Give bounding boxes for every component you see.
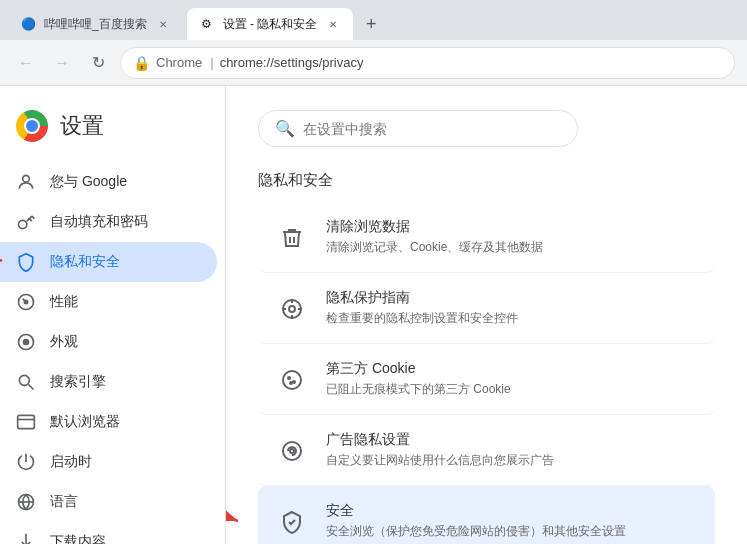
sidebar-item-performance-label: 性能 bbox=[50, 293, 78, 311]
settings-card-ad-privacy[interactable]: 广告隐私设置 自定义要让网站使用什么信息向您展示广告 bbox=[258, 415, 715, 486]
settings-search-bar[interactable]: 🔍 bbox=[258, 110, 578, 147]
svg-point-21 bbox=[293, 381, 295, 383]
svg-point-23 bbox=[283, 442, 301, 460]
card-desc-security: 安全浏览（保护您免受危险网站的侵害）和其他安全设置 bbox=[326, 523, 699, 540]
sidebar-item-language[interactable]: 语言 bbox=[0, 482, 217, 522]
sidebar-item-privacy-label: 隐私和安全 bbox=[50, 253, 120, 271]
tab-settings-label: 设置 - 隐私和安全 bbox=[223, 16, 318, 33]
svg-line-4 bbox=[29, 219, 32, 222]
sidebar: 设置 您与 Google 自动填充和密码 bbox=[0, 86, 226, 544]
tab-settings-close[interactable]: ✕ bbox=[325, 16, 341, 32]
settings-card-security[interactable]: 安全 安全浏览（保护您免受危险网站的侵害）和其他安全设置 bbox=[258, 486, 715, 544]
lock-icon: 🔒 bbox=[133, 55, 150, 71]
shield-icon bbox=[16, 252, 36, 272]
sidebar-item-startup[interactable]: 启动时 bbox=[0, 442, 217, 482]
sidebar-item-autofill[interactable]: 自动填充和密码 bbox=[0, 202, 217, 242]
search-icon bbox=[16, 372, 36, 392]
browser-icon bbox=[16, 412, 36, 432]
sidebar-item-autofill-label: 自动填充和密码 bbox=[50, 213, 148, 231]
card-desc-clear-data: 清除浏览记录、Cookie、缓存及其他数据 bbox=[326, 239, 699, 256]
tab-baidu-label: 哔哩哔哩_百度搜索 bbox=[44, 16, 147, 33]
card-title-cookie: 第三方 Cookie bbox=[326, 360, 699, 378]
sidebar-item-google-label: 您与 Google bbox=[50, 173, 127, 191]
settings-card-privacy-guide[interactable]: 隐私保护指南 检查重要的隐私控制设置和安全控件 bbox=[258, 273, 715, 344]
tab-bar: 🔵 哔哩哔哩_百度搜索 ✕ ⚙ 设置 - 隐私和安全 ✕ + bbox=[0, 0, 747, 40]
chrome-label: Chrome bbox=[156, 55, 202, 70]
settings-list: 清除浏览数据 清除浏览记录、Cookie、缓存及其他数据 隐私保护指南 bbox=[258, 202, 715, 544]
svg-point-22 bbox=[290, 382, 292, 384]
card-title-privacy-guide: 隐私保护指南 bbox=[326, 289, 699, 307]
card-content-ad-privacy: 广告隐私设置 自定义要让网站使用什么信息向您展示广告 bbox=[326, 431, 699, 469]
refresh-button[interactable]: ↻ bbox=[84, 49, 112, 77]
section-title: 隐私和安全 bbox=[258, 171, 715, 190]
arrow-privacy bbox=[0, 247, 10, 277]
card-content-security: 安全 安全浏览（保护您免受危险网站的侵害）和其他安全设置 bbox=[326, 502, 699, 540]
tab-settings[interactable]: ⚙ 设置 - 隐私和安全 ✕ bbox=[187, 8, 354, 40]
content-area: 设置 您与 Google 自动填充和密码 bbox=[0, 86, 747, 544]
svg-point-18 bbox=[289, 306, 295, 312]
browser-frame: 🔵 哔哩哔哩_百度搜索 ✕ ⚙ 设置 - 隐私和安全 ✕ + ← → ↻ 🔒 C… bbox=[0, 0, 747, 544]
key-icon bbox=[16, 212, 36, 232]
chrome-logo bbox=[16, 110, 48, 142]
shield2-icon bbox=[274, 504, 310, 540]
card-content-privacy-guide: 隐私保护指南 检查重要的隐私控制设置和安全控件 bbox=[326, 289, 699, 327]
main-panel: 🔍 隐私和安全 清除浏览数据 清除浏览记录、Cookie、缓存及其他数据 bbox=[226, 86, 747, 544]
url-text: chrome://settings/privacy bbox=[220, 55, 364, 70]
new-tab-button[interactable]: + bbox=[357, 10, 385, 38]
card-desc-privacy-guide: 检查重要的隐私控制设置和安全控件 bbox=[326, 310, 699, 327]
compass-icon bbox=[274, 291, 310, 327]
svg-line-11 bbox=[29, 385, 34, 390]
svg-point-10 bbox=[19, 375, 29, 385]
tab-baidu-favicon: 🔵 bbox=[20, 16, 36, 32]
card-desc-ad-privacy: 自定义要让网站使用什么信息向您展示广告 bbox=[326, 452, 699, 469]
gauge-icon bbox=[16, 292, 36, 312]
url-bar[interactable]: 🔒 Chrome | chrome://settings/privacy bbox=[120, 47, 735, 79]
cookie-icon bbox=[274, 362, 310, 398]
sidebar-item-privacy[interactable]: 隐私和安全 bbox=[0, 242, 217, 282]
address-bar: ← → ↻ 🔒 Chrome | chrome://settings/priva… bbox=[0, 40, 747, 86]
sidebar-item-performance[interactable]: 性能 bbox=[0, 282, 217, 322]
settings-search-icon: 🔍 bbox=[275, 119, 295, 138]
settings-card-cookie[interactable]: 第三方 Cookie 已阻止无痕模式下的第三方 Cookie bbox=[258, 344, 715, 415]
svg-point-1 bbox=[19, 220, 27, 228]
tab-baidu[interactable]: 🔵 哔哩哔哩_百度搜索 ✕ bbox=[8, 8, 183, 40]
sidebar-item-appearance-label: 外观 bbox=[50, 333, 78, 351]
sidebar-item-downloads[interactable]: 下载内容 bbox=[0, 522, 217, 544]
sidebar-item-appearance[interactable]: 外观 bbox=[0, 322, 217, 362]
sidebar-item-language-label: 语言 bbox=[50, 493, 78, 511]
sidebar-item-search-label: 搜索引擎 bbox=[50, 373, 106, 391]
sidebar-header: 设置 bbox=[0, 94, 225, 162]
card-content-cookie: 第三方 Cookie 已阻止无痕模式下的第三方 Cookie bbox=[326, 360, 699, 398]
trash-icon bbox=[274, 220, 310, 256]
card-content-clear-data: 清除浏览数据 清除浏览记录、Cookie、缓存及其他数据 bbox=[326, 218, 699, 256]
svg-rect-12 bbox=[18, 415, 35, 428]
svg-point-7 bbox=[24, 300, 27, 303]
card-desc-cookie: 已阻止无痕模式下的第三方 Cookie bbox=[326, 381, 699, 398]
person-icon bbox=[16, 172, 36, 192]
power-icon bbox=[16, 452, 36, 472]
paint-icon bbox=[16, 332, 36, 352]
sidebar-title: 设置 bbox=[60, 111, 104, 141]
svg-point-0 bbox=[23, 175, 30, 182]
svg-point-19 bbox=[283, 371, 301, 389]
forward-button[interactable]: → bbox=[48, 49, 76, 77]
sidebar-item-search[interactable]: 搜索引擎 bbox=[0, 362, 217, 402]
sidebar-item-browser[interactable]: 默认浏览器 bbox=[0, 402, 217, 442]
back-button[interactable]: ← bbox=[12, 49, 40, 77]
globe-icon bbox=[16, 492, 36, 512]
card-title-ad-privacy: 广告隐私设置 bbox=[326, 431, 699, 449]
ad-icon bbox=[274, 433, 310, 469]
sidebar-item-google[interactable]: 您与 Google bbox=[0, 162, 217, 202]
sidebar-item-startup-label: 启动时 bbox=[50, 453, 92, 471]
svg-point-24 bbox=[290, 449, 294, 453]
tab-settings-favicon: ⚙ bbox=[199, 16, 215, 32]
settings-card-clear-data[interactable]: 清除浏览数据 清除浏览记录、Cookie、缓存及其他数据 bbox=[258, 202, 715, 273]
arrow-security bbox=[226, 501, 248, 541]
sidebar-item-browser-label: 默认浏览器 bbox=[50, 413, 120, 431]
settings-search-input[interactable] bbox=[303, 121, 561, 137]
url-separator: | bbox=[210, 55, 213, 70]
card-title-security: 安全 bbox=[326, 502, 699, 520]
card-title-clear-data: 清除浏览数据 bbox=[326, 218, 699, 236]
tab-baidu-close[interactable]: ✕ bbox=[155, 16, 171, 32]
download-icon bbox=[16, 532, 36, 544]
